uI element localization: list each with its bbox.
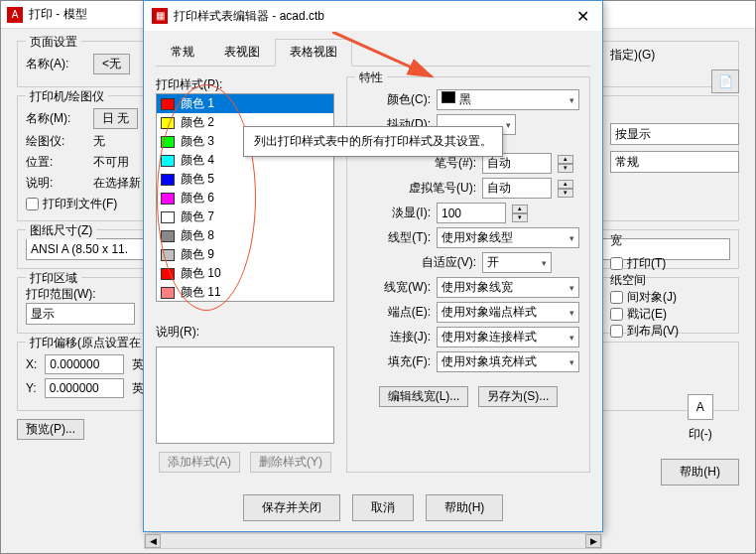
paper-size-label: 图纸尺寸(Z) bbox=[26, 222, 96, 239]
joinstyle-label: 连接(J): bbox=[357, 329, 431, 346]
color-swatch-icon bbox=[161, 211, 175, 223]
pen-label: 笔号(#): bbox=[357, 155, 476, 172]
color-item-label: 颜色 9 bbox=[181, 246, 214, 263]
fg-bottom-buttons: 保存并关闭 取消 帮助(H) bbox=[144, 494, 602, 521]
r-width: 宽 bbox=[610, 232, 622, 249]
fillstyle-label: 填充(F): bbox=[357, 353, 431, 370]
app-icon: A bbox=[7, 7, 23, 23]
scroll-left-icon[interactable]: ◀ bbox=[145, 534, 161, 548]
color-item-label: 颜色 1 bbox=[181, 95, 214, 112]
color-item-label: 颜色 10 bbox=[181, 265, 221, 282]
print-to-file-label: 打印到文件(F) bbox=[43, 196, 117, 212]
tab-general[interactable]: 常规 bbox=[156, 39, 209, 66]
fillstyle-select[interactable]: 使用对象填充样式▾ bbox=[437, 351, 579, 372]
color-swatch-icon bbox=[161, 98, 175, 110]
color-item-label: 颜色 2 bbox=[181, 114, 214, 131]
page-setup-label: 页面设置 bbox=[26, 34, 81, 51]
color-item[interactable]: 颜色 8 bbox=[157, 226, 333, 245]
bg-title: 打印 - 模型 bbox=[29, 6, 87, 23]
color-item[interactable]: 颜色 9 bbox=[157, 245, 333, 264]
color-item[interactable]: 颜色 6 bbox=[157, 189, 333, 208]
color-item[interactable]: 颜色 7 bbox=[157, 208, 333, 226]
plot-style-list[interactable]: 颜色 1颜色 2颜色 3颜色 4颜色 5颜色 6颜色 7颜色 8颜色 9颜色 1… bbox=[156, 93, 334, 302]
assign-label: 指定)(G) bbox=[610, 47, 655, 64]
joinstyle-select[interactable]: 使用对象连接样式▾ bbox=[437, 327, 579, 347]
close-button[interactable]: ✕ bbox=[563, 1, 602, 31]
orientation-icon: A bbox=[688, 394, 713, 420]
endstyle-label: 端点(E): bbox=[357, 304, 431, 321]
color-label: 颜色(C): bbox=[357, 91, 431, 108]
color-item-label: 颜色 11 bbox=[181, 284, 221, 301]
color-swatch-icon bbox=[161, 155, 175, 167]
scroll-right-icon[interactable]: ▶ bbox=[585, 534, 601, 548]
print-to-file-checkbox[interactable] bbox=[26, 198, 39, 210]
bg-help-button[interactable]: 帮助(H) bbox=[661, 459, 739, 485]
color-item-label: 颜色 5 bbox=[181, 171, 214, 188]
printer-name-label: 名称(M): bbox=[26, 110, 85, 127]
tab-table-view[interactable]: 表视图 bbox=[209, 39, 275, 66]
lineweight-label: 线宽(W): bbox=[357, 279, 431, 296]
delete-style-button[interactable]: 删除样式(Y) bbox=[250, 452, 331, 473]
quality-select[interactable] bbox=[610, 151, 739, 173]
print-minus: 印(-) bbox=[689, 426, 712, 443]
description-textarea[interactable] bbox=[156, 346, 334, 444]
help-button[interactable]: 帮助(H) bbox=[426, 494, 504, 521]
color-item[interactable]: 颜色 5 bbox=[157, 170, 333, 189]
save-close-button[interactable]: 保存并关闭 bbox=[243, 494, 340, 521]
x-input[interactable] bbox=[45, 354, 124, 374]
props-title: 特性 bbox=[355, 69, 387, 86]
endstyle-select[interactable]: 使用对象端点样式▾ bbox=[437, 302, 579, 323]
color-item-label: 颜色 8 bbox=[181, 227, 214, 244]
add-style-button[interactable]: 添加样式(A) bbox=[159, 452, 240, 473]
pen-spinner[interactable]: ▴▾ bbox=[558, 155, 573, 173]
vpen-spinner[interactable]: ▴▾ bbox=[558, 180, 573, 198]
plot-style-icon[interactable]: 📄 bbox=[711, 69, 739, 93]
y-label: Y: bbox=[26, 381, 37, 395]
print-area-label: 打印区域 bbox=[26, 270, 81, 287]
tab-form-view[interactable]: 表格视图 bbox=[275, 39, 352, 67]
save-as-button[interactable]: 另存为(S)... bbox=[478, 386, 558, 407]
linetype-select[interactable]: 使用对象线型▾ bbox=[437, 227, 579, 248]
vpen-label: 虚拟笔号(U): bbox=[357, 180, 476, 197]
linetype-label: 线型(T): bbox=[357, 229, 431, 246]
name-select[interactable]: <无 bbox=[93, 54, 130, 74]
cb-print-t[interactable] bbox=[610, 257, 623, 270]
color-item[interactable]: 颜色 11 bbox=[157, 283, 333, 302]
cb-layout-v[interactable] bbox=[610, 325, 623, 338]
screening-input[interactable]: 100 bbox=[437, 203, 506, 223]
desc-r-label: 说明(R): bbox=[156, 324, 334, 341]
r-space: 纸空间 bbox=[610, 272, 646, 289]
printer-name-select[interactable]: 日 无 bbox=[93, 108, 138, 129]
display-select[interactable] bbox=[610, 123, 739, 145]
preview-button[interactable]: 预览(P)... bbox=[17, 419, 84, 440]
color-swatch-icon bbox=[161, 287, 175, 299]
color-item-label: 颜色 7 bbox=[181, 208, 214, 225]
color-swatch-icon bbox=[161, 268, 175, 280]
edit-lineweight-button[interactable]: 编辑线宽(L)... bbox=[379, 386, 469, 407]
desc-label: 说明: bbox=[26, 175, 85, 192]
orientation-block: A 印(-) 帮助(H) bbox=[661, 394, 739, 485]
color-item[interactable]: 颜色 10 bbox=[157, 264, 333, 283]
cb-stamp-e[interactable] bbox=[610, 308, 623, 321]
color-swatch-icon bbox=[161, 136, 175, 148]
position-value: 不可用 bbox=[93, 154, 129, 171]
color-select[interactable]: 黑▾ bbox=[437, 89, 579, 110]
print-style-label: 打印样式(P): bbox=[156, 76, 334, 93]
plotter-label: 绘图仪: bbox=[26, 133, 85, 150]
y-input[interactable] bbox=[45, 378, 124, 398]
cancel-button[interactable]: 取消 bbox=[352, 494, 414, 521]
adaptive-select[interactable]: 开▾ bbox=[482, 252, 552, 273]
y-unit: 英 bbox=[132, 380, 144, 397]
tooltip: 列出打印样式表中的所有打印样式及其设置。 bbox=[243, 126, 503, 157]
h-scrollbar[interactable]: ◀ ▶ bbox=[144, 533, 602, 549]
screening-spinner[interactable]: ▴▾ bbox=[512, 205, 528, 222]
print-range-select[interactable] bbox=[26, 303, 135, 325]
vpen-select[interactable]: 自动 bbox=[482, 178, 552, 199]
lineweight-select[interactable]: 使用对象线宽▾ bbox=[437, 277, 579, 298]
printer-section-label: 打印机/绘图仪 bbox=[26, 88, 108, 105]
color-item-label: 颜色 3 bbox=[181, 133, 214, 150]
color-item[interactable]: 颜色 1 bbox=[157, 94, 333, 113]
cb-object-j[interactable] bbox=[610, 291, 623, 304]
plot-style-editor-dialog: ▦ 打印样式表编辑器 - acad.ctb ✕ 常规 表视图 表格视图 打印样式… bbox=[143, 0, 603, 532]
color-swatch-icon bbox=[161, 174, 175, 186]
